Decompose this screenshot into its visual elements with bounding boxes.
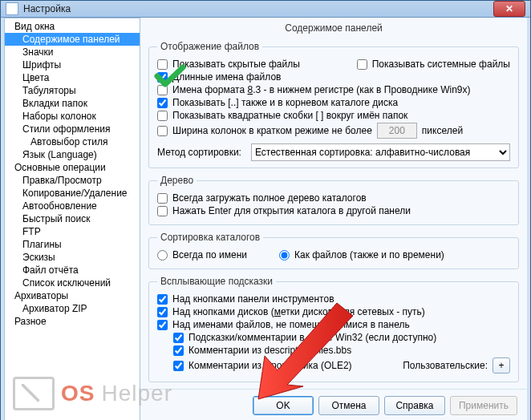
cb-tip-win32[interactable]: Подсказки/комментарии в стиле Win32 (есл… xyxy=(173,332,436,343)
cb-tree-full[interactable]: Всегда загружать полное дерево каталогов xyxy=(157,192,367,204)
sidebar-item[interactable]: Цвета xyxy=(5,71,140,84)
settings-window: Настройка ✕ Вид окнаСодержимое панелейЗн… xyxy=(0,0,531,420)
sort-label: Метод сортировки: xyxy=(157,147,241,158)
colwidth-suffix: пикселей xyxy=(422,125,463,136)
cb-colwidth[interactable]: Ширина колонок в кратком режиме не более xyxy=(157,125,372,136)
sidebar-item[interactable]: Вид окна xyxy=(5,20,140,33)
cancel-button[interactable]: Отмена xyxy=(318,396,379,415)
sidebar-item[interactable]: Архиваторы xyxy=(5,289,140,302)
custom-plus-button[interactable]: + xyxy=(492,357,510,374)
ok-button[interactable]: OK xyxy=(253,396,314,415)
sort-select[interactable]: Естественная сортировка: алфавитно-число… xyxy=(251,143,510,161)
sidebar-item[interactable]: Файл отчёта xyxy=(5,264,140,277)
sidebar-item[interactable]: Архиватор ZIP xyxy=(5,302,140,315)
cb-dotdot[interactable]: Показывать [..] также и в корневом катал… xyxy=(157,97,398,108)
window-title: Настройка xyxy=(23,3,493,14)
sidebar-item[interactable]: Разное xyxy=(5,315,140,328)
sidebar-item[interactable]: Значки xyxy=(5,46,140,59)
legend-sortdir: Сортировка каталогов xyxy=(157,232,263,243)
sidebar-item[interactable]: Список исключений xyxy=(5,277,140,289)
sidebar-item[interactable]: Автообновление xyxy=(5,200,140,212)
cb-brackets[interactable]: Показывать квадратные скобки [ ] вокруг … xyxy=(157,110,407,121)
content: Отображение файлов Показывать скрытые фа… xyxy=(140,38,527,389)
cb-tree-enter[interactable]: Нажать Enter для открытия каталога в дру… xyxy=(157,205,411,216)
cb-longnames[interactable]: Длинные имена файлов xyxy=(157,71,281,83)
group-sortdir: Сортировка каталогов Всегда по имени Как… xyxy=(148,232,519,269)
sidebar-item[interactable]: Табуляторы xyxy=(5,84,140,97)
window-body: Вид окнаСодержимое панелейЗначкиШрифтыЦв… xyxy=(1,18,530,420)
cb-83[interactable]: Имена формата 8.3 - в нижнем регистре (к… xyxy=(157,84,471,95)
sidebar-item[interactable]: Эскизы xyxy=(5,251,140,264)
apply-button[interactable]: Применить xyxy=(450,396,517,415)
group-files: Отображение файлов Показывать скрытые фа… xyxy=(148,41,519,168)
button-bar: OK Отмена Справка Применить xyxy=(140,389,527,420)
titlebar: Настройка ✕ xyxy=(1,1,530,18)
cb-tip-toolbar[interactable]: Над кнопками панели инструментов xyxy=(157,293,334,305)
cb-tip-drives[interactable]: Над кнопками дисков (метки дисков, для с… xyxy=(157,306,425,317)
rb-asfiles[interactable]: Как файлов (также и по времени) xyxy=(279,249,444,260)
app-icon xyxy=(6,2,18,15)
cb-tip-ole2[interactable]: Комментарии из Проводника (OLE2) xyxy=(173,360,352,371)
sidebar-item[interactable]: Шрифты xyxy=(5,59,140,71)
group-tips: Всплывающие подсказки Над кнопками панел… xyxy=(148,276,519,382)
sidebar-item[interactable]: Наборы колонок xyxy=(5,110,140,123)
sidebar-item[interactable]: Содержимое панелей xyxy=(5,33,140,46)
legend-tips: Всплывающие подсказки xyxy=(157,276,276,287)
sidebar-item[interactable]: Правка/Просмотр xyxy=(5,174,140,187)
sidebar-item[interactable]: Копирование/Удаление xyxy=(5,187,140,200)
main-panel: Содержимое панелей Отображение файлов По… xyxy=(140,18,527,420)
cb-system[interactable]: Показывать системные файлы xyxy=(357,59,510,70)
close-button[interactable]: ✕ xyxy=(493,1,525,17)
sidebar-item[interactable]: Язык (Language) xyxy=(5,148,140,161)
cb-tip-files[interactable]: Над именами файлов, не помещающимися в п… xyxy=(157,319,410,330)
help-button[interactable]: Справка xyxy=(384,396,445,415)
legend-tree: Дерево xyxy=(157,175,197,186)
sidebar-item[interactable]: FTP xyxy=(5,225,140,238)
cb-hidden[interactable]: Показывать скрытые файлы xyxy=(157,59,300,70)
colwidth-input[interactable] xyxy=(377,123,417,139)
rb-byname[interactable]: Всегда по имени xyxy=(157,249,247,260)
sidebar-item[interactable]: Плагины xyxy=(5,238,140,251)
sidebar-item[interactable]: Стили оформления xyxy=(5,123,140,135)
sidebar-item[interactable]: Основные операции xyxy=(5,161,140,174)
sidebar-item[interactable]: Автовыбор стиля xyxy=(5,135,140,148)
sidebar-item[interactable]: Быстрый поиск xyxy=(5,212,140,225)
legend-files: Отображение файлов xyxy=(157,41,262,52)
cb-tip-descript[interactable]: Комментарии из descript.ion/files.bbs xyxy=(173,345,351,356)
custom-label: Пользовательские: xyxy=(403,360,488,371)
group-tree: Дерево Всегда загружать полное дерево ка… xyxy=(148,175,519,225)
sidebar-item[interactable]: Вкладки папок xyxy=(5,97,140,110)
sidebar[interactable]: Вид окнаСодержимое панелейЗначкиШрифтыЦв… xyxy=(4,18,140,420)
panel-title: Содержимое панелей xyxy=(140,18,527,38)
